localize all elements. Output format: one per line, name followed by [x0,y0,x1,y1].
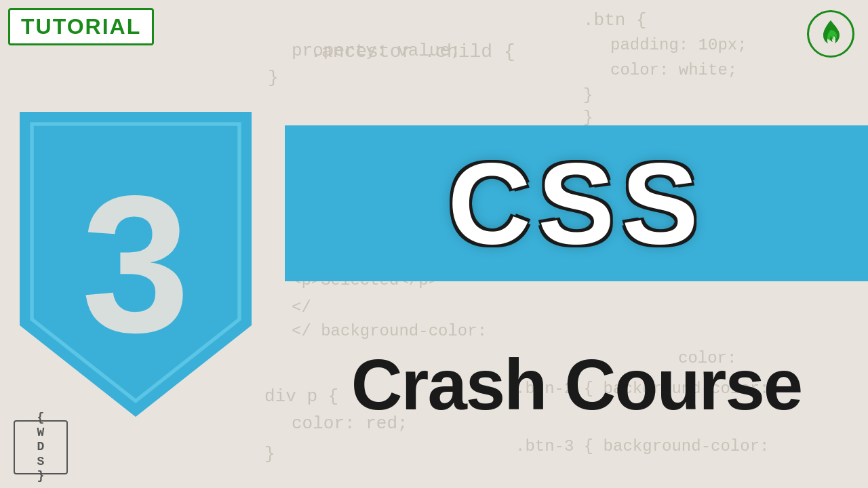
css-banner: CSS [285,125,868,281]
tutorial-label: TUTORIAL [21,14,141,39]
crash-course-section: Crash Course [285,349,868,420]
css3-shield: 3 [14,68,258,461]
fcc-icon [807,10,854,58]
wds-text: {WDS} [37,411,45,484]
wds-logo: {WDS} [14,420,68,474]
css-title: CSS [448,137,705,270]
crash-course-title: Crash Course [351,345,802,424]
tutorial-badge: TUTORIAL [8,8,154,45]
shield-svg: 3 [14,68,258,461]
fcc-circle [807,10,854,58]
flame-icon [818,18,844,50]
svg-text:3: 3 [81,155,190,373]
